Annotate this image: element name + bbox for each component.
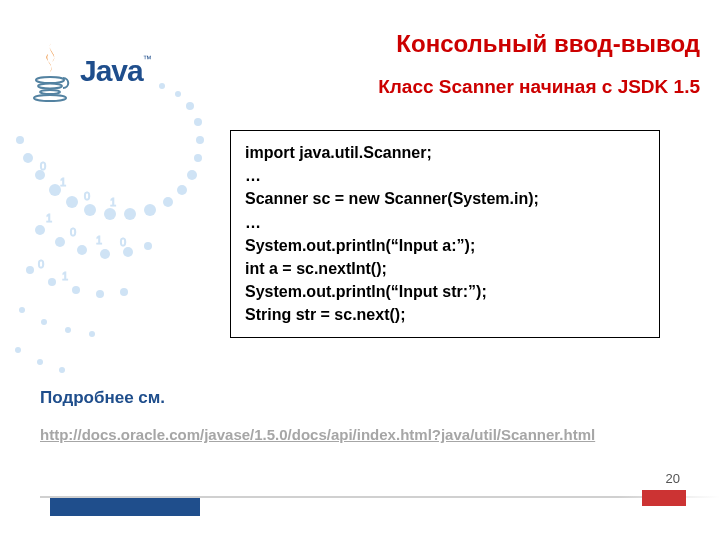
code-line: String str = sc.next(); bbox=[245, 303, 645, 326]
svg-text:0: 0 bbox=[84, 190, 90, 202]
svg-point-10 bbox=[177, 185, 187, 195]
code-line: System.out.println(“Input a:”); bbox=[245, 234, 645, 257]
svg-text:0: 0 bbox=[120, 236, 126, 248]
svg-point-35 bbox=[59, 367, 65, 373]
svg-text:0: 0 bbox=[38, 258, 44, 270]
svg-point-3 bbox=[49, 184, 61, 196]
code-line: … bbox=[245, 211, 645, 234]
svg-point-9 bbox=[163, 197, 173, 207]
svg-point-0 bbox=[16, 136, 24, 144]
svg-point-34 bbox=[37, 359, 43, 365]
svg-text:1: 1 bbox=[110, 196, 116, 208]
svg-point-4 bbox=[66, 196, 78, 208]
svg-point-13 bbox=[196, 136, 204, 144]
svg-point-27 bbox=[96, 290, 104, 298]
svg-point-49 bbox=[34, 95, 66, 101]
svg-point-26 bbox=[72, 286, 80, 294]
svg-point-11 bbox=[187, 170, 197, 180]
svg-point-8 bbox=[144, 204, 156, 216]
code-line: … bbox=[245, 164, 645, 187]
svg-point-7 bbox=[124, 208, 136, 220]
java-logo-text: Java bbox=[80, 54, 143, 87]
svg-point-20 bbox=[77, 245, 87, 255]
page-number: 20 bbox=[666, 471, 680, 486]
svg-point-1 bbox=[23, 153, 33, 163]
svg-text:1: 1 bbox=[46, 212, 52, 224]
footer-blue-bar bbox=[50, 498, 200, 516]
svg-point-19 bbox=[55, 237, 65, 247]
svg-point-17 bbox=[159, 83, 165, 89]
slide-title: Консольный ввод-вывод bbox=[340, 30, 700, 58]
svg-point-28 bbox=[120, 288, 128, 296]
svg-text:1: 1 bbox=[62, 270, 68, 282]
svg-text:0: 0 bbox=[40, 160, 46, 172]
svg-point-29 bbox=[19, 307, 25, 313]
svg-point-14 bbox=[194, 118, 202, 126]
svg-point-24 bbox=[26, 266, 34, 274]
svg-text:0: 0 bbox=[70, 226, 76, 238]
svg-point-21 bbox=[100, 249, 110, 259]
svg-point-48 bbox=[40, 90, 60, 94]
svg-point-15 bbox=[186, 102, 194, 110]
svg-point-5 bbox=[84, 204, 96, 216]
svg-point-6 bbox=[104, 208, 116, 220]
svg-point-2 bbox=[35, 170, 45, 180]
java-logo: Java™ bbox=[30, 40, 152, 102]
docs-link[interactable]: http://docs.oracle.com/javase/1.5.0/docs… bbox=[40, 426, 710, 443]
java-cup-icon bbox=[30, 40, 74, 102]
slide-subtitle: Класс Scanner начиная с JSDK 1.5 bbox=[300, 76, 700, 98]
svg-point-16 bbox=[175, 91, 181, 97]
svg-point-46 bbox=[36, 77, 64, 83]
code-example-box: import java.util.Scanner; … Scanner sc =… bbox=[230, 130, 660, 338]
svg-text:1: 1 bbox=[96, 234, 102, 246]
code-line: Scanner sc = new Scanner(System.in); bbox=[245, 187, 645, 210]
code-line: int a = sc.nextInt(); bbox=[245, 257, 645, 280]
svg-point-30 bbox=[41, 319, 47, 325]
more-info-label: Подробнее см. bbox=[40, 388, 165, 408]
svg-point-47 bbox=[38, 84, 62, 89]
svg-point-22 bbox=[123, 247, 133, 257]
svg-point-33 bbox=[15, 347, 21, 353]
code-line: import java.util.Scanner; bbox=[245, 141, 645, 164]
svg-point-12 bbox=[194, 154, 202, 162]
svg-point-32 bbox=[89, 331, 95, 337]
svg-point-18 bbox=[35, 225, 45, 235]
svg-text:1: 1 bbox=[60, 176, 66, 188]
svg-point-31 bbox=[65, 327, 71, 333]
trademark-symbol: ™ bbox=[143, 54, 152, 64]
svg-point-25 bbox=[48, 278, 56, 286]
footer-red-block bbox=[642, 490, 686, 506]
code-line: System.out.println(“Input str:”); bbox=[245, 280, 645, 303]
svg-point-23 bbox=[144, 242, 152, 250]
